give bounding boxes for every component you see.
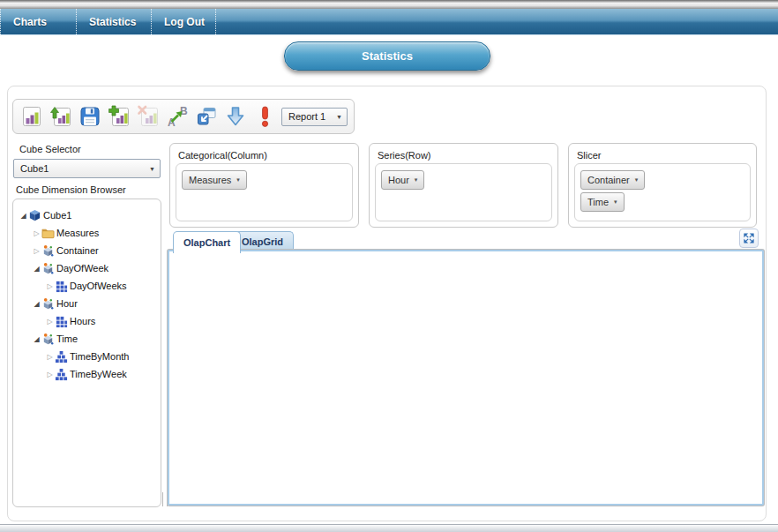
maximize-button[interactable]: [739, 229, 759, 248]
cube-select-value: Cube1: [20, 163, 49, 174]
maximize-icon: [742, 231, 756, 245]
save-report-button[interactable]: [78, 103, 102, 130]
collapse-icon[interactable]: ◢: [32, 335, 41, 343]
chip-label: Time: [587, 197, 609, 207]
save-report-icon: [78, 104, 102, 129]
cube-icon: [28, 209, 43, 222]
chevron-down-icon: ▾: [236, 176, 240, 184]
tree-item-label: Cube1: [43, 210, 71, 221]
tree-item-hours[interactable]: ▷Hours: [13, 312, 161, 330]
chip-label: Container: [587, 175, 630, 185]
application-window: Charts Statistics Log Out Statistics AB: [0, 0, 778, 532]
report-select-value: Report 1: [288, 111, 325, 122]
export-report-icon: [194, 104, 219, 129]
cube-select[interactable]: Cube1 ▼: [13, 159, 161, 178]
report-select[interactable]: Report 1 ▼: [281, 108, 348, 126]
export-report-button[interactable]: [194, 103, 219, 130]
download-report-button[interactable]: [223, 103, 248, 130]
chip-measures[interactable]: Measures▾: [182, 170, 247, 190]
tree-item-cube1[interactable]: ◢Cube1: [13, 206, 161, 224]
chevron-down-icon: ▼: [336, 114, 342, 120]
dimension-icon: [41, 297, 56, 311]
tree-item-timebymonth[interactable]: ▷TimeByMonth: [13, 348, 161, 365]
categorical-drop-zone: Measures▾: [176, 163, 353, 221]
expand-icon[interactable]: ▷: [45, 318, 55, 326]
expand-icon[interactable]: ▷: [45, 371, 55, 378]
grid-icon: [55, 315, 70, 328]
chevron-down-icon: ▾: [415, 176, 418, 184]
grid-icon: [55, 280, 70, 293]
collapse-icon[interactable]: ◢: [32, 300, 41, 308]
cube-dimension-browser-label: Cube Dimension Browser: [16, 184, 126, 195]
tree-item-timebyweek[interactable]: ▷TimeByWeek: [13, 365, 161, 383]
hierarchy-icon: [55, 368, 70, 381]
open-report-button[interactable]: [49, 103, 73, 130]
chip-label: Measures: [189, 175, 231, 185]
open-report-icon: [49, 104, 73, 129]
tree-item-hour[interactable]: ◢Hour: [13, 295, 161, 312]
tree-item-label: TimeByMonth: [70, 351, 129, 362]
statistics-hero-button[interactable]: Statistics: [284, 41, 490, 71]
expand-icon[interactable]: ▷: [45, 353, 55, 361]
tree-item-container[interactable]: ▷Container: [13, 242, 161, 259]
tree-item-dayofweeks[interactable]: ▷DayOfWeeks: [13, 277, 161, 295]
add-report-button[interactable]: [107, 103, 131, 130]
chip-container[interactable]: Container▾: [580, 170, 645, 190]
rename-report-icon: AB: [165, 104, 190, 129]
tree-item-label: DayOfWeeks: [70, 281, 127, 291]
alert-button[interactable]: [252, 103, 277, 130]
expand-icon[interactable]: ▷: [32, 247, 41, 255]
menu-item-logout[interactable]: Log Out: [151, 9, 216, 34]
dimension-icon: [41, 262, 56, 275]
delete-report-button: [136, 103, 161, 130]
series-panel: Series(Row) Hour▾: [369, 143, 558, 228]
menu-item-statistics[interactable]: Statistics: [76, 9, 151, 34]
chip-label: Hour: [388, 175, 409, 185]
alert-icon: [252, 104, 277, 129]
window-bottom-strip: [0, 524, 778, 532]
tab-olapchart[interactable]: OlapChart: [173, 231, 241, 253]
tree-item-label: DayOfWeek: [56, 263, 108, 273]
collapse-icon[interactable]: ◢: [32, 265, 41, 273]
categorical-panel-label: Categorical(Column): [178, 150, 358, 161]
add-report-icon: [107, 104, 131, 129]
main-menubar: Charts Statistics Log Out: [0, 9, 778, 35]
window-top-strip: [0, 0, 778, 9]
hierarchy-icon: [55, 350, 70, 363]
slicer-drop-zone: Container▾Time▾: [574, 163, 751, 221]
tree-item-dayofweek[interactable]: ◢DayOfWeek: [13, 259, 161, 277]
report-toolbar: AB Report 1 ▼: [12, 99, 355, 134]
tree-item-label: Measures: [56, 228, 99, 238]
chevron-down-icon: ▾: [635, 176, 639, 184]
folder-icon: [41, 227, 56, 240]
download-report-icon: [223, 104, 248, 129]
dimension-icon: [41, 333, 56, 346]
chip-hour[interactable]: Hour▾: [381, 170, 424, 190]
olap-chart-panel: [168, 250, 764, 506]
tree-item-label: Container: [56, 245, 99, 256]
dimension-tree: ◢Cube1▷Measures▷Container◢DayOfWeek▷DayO…: [12, 199, 161, 507]
series-drop-zone: Hour▾: [375, 163, 552, 221]
slicer-panel-label: Slicer: [577, 150, 756, 161]
collapse-icon[interactable]: ◢: [19, 212, 28, 220]
tree-item-label: TimeByWeek: [70, 369, 127, 379]
slicer-panel: Slicer Container▾Time▾: [568, 143, 757, 228]
tree-item-label: Hour: [56, 298, 78, 309]
chevron-down-icon: ▾: [614, 199, 617, 206]
tree-item-time[interactable]: ◢Time: [13, 330, 161, 348]
menu-item-charts[interactable]: Charts: [0, 9, 76, 34]
tree-item-label: Time: [56, 333, 78, 344]
expand-icon[interactable]: ▷: [45, 282, 55, 290]
rename-report-button[interactable]: AB: [165, 103, 190, 130]
categorical-panel: Categorical(Column) Measures▾: [169, 143, 359, 228]
series-panel-label: Series(Row): [378, 150, 557, 161]
tree-item-label: Hours: [70, 316, 95, 326]
new-report-button[interactable]: [19, 103, 44, 130]
tree-item-measures[interactable]: ▷Measures: [13, 224, 161, 242]
delete-report-icon: [136, 104, 161, 129]
new-report-icon: [19, 104, 44, 129]
dimension-icon: [41, 244, 56, 258]
chip-time[interactable]: Time▾: [580, 192, 625, 212]
expand-icon[interactable]: ▷: [32, 229, 41, 237]
chevron-down-icon: ▼: [149, 166, 155, 172]
